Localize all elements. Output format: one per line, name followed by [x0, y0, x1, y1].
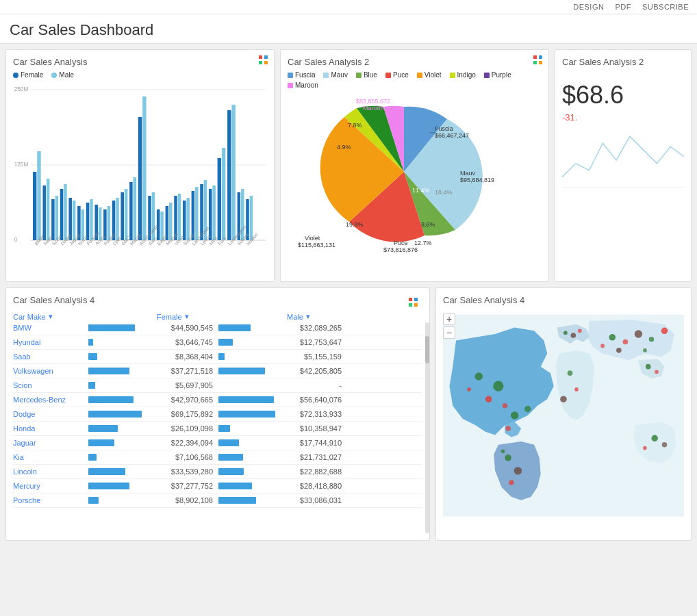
svg-point-106 — [511, 411, 518, 419]
male-val-cell: $17,744,910 — [287, 439, 342, 447]
male-val-cell: $21,731,027 — [287, 453, 342, 461]
filter-male[interactable]: Male ▾ — [287, 312, 342, 321]
svg-text:$115,663,131: $115,663,131 — [298, 242, 335, 248]
table-title: Car Sales Analysis 4 — [13, 295, 94, 305]
nav-design[interactable]: DESIGN — [573, 3, 604, 11]
female-val-cell: $26,109,098 — [157, 424, 218, 433]
svg-rect-36 — [166, 206, 169, 240]
kpi-title: Car Sales Analysis 2 — [562, 57, 684, 67]
male-bar-cell — [218, 452, 287, 462]
female-chevron: ▾ — [185, 312, 189, 321]
zoom-in-button[interactable]: + — [443, 313, 455, 325]
bar-chart-area: 250M 125M 0 — [13, 83, 267, 247]
svg-rect-47 — [212, 185, 216, 240]
svg-text:$73,816,876: $73,816,876 — [383, 246, 418, 253]
svg-text:4.9%: 4.9% — [337, 144, 351, 151]
make-cell[interactable]: Hyundai — [13, 338, 88, 346]
svg-rect-48 — [218, 158, 221, 240]
female-bar — [88, 468, 125, 475]
nav-pdf[interactable]: PDF — [615, 3, 631, 11]
svg-rect-18 — [86, 203, 90, 240]
svg-text:$95,684,819: $95,684,819 — [460, 177, 494, 183]
filter-make[interactable]: Car Make ▾ — [13, 312, 88, 321]
female-val-cell: $42,970,665 — [157, 396, 218, 404]
male-bar — [218, 396, 274, 403]
legend-male: Male — [51, 71, 74, 79]
make-cell[interactable]: Mercedes-Benz — [13, 396, 88, 404]
svg-point-120 — [609, 334, 616, 341]
female-val-cell: $37,271,518 — [157, 367, 218, 375]
purple-label: Purple — [492, 71, 511, 79]
svg-text:Mauv: Mauv — [460, 170, 476, 177]
make-header: Car Make — [13, 313, 46, 321]
female-val-cell: $44,590,545 — [157, 324, 218, 332]
female-bar-cell — [88, 366, 157, 376]
svg-rect-6 — [33, 172, 36, 240]
svg-point-104 — [485, 396, 492, 402]
svg-text:Violet: Violet — [305, 235, 320, 242]
zoom-out-button[interactable]: − — [443, 326, 455, 339]
svg-point-117 — [568, 370, 573, 376]
table-panel-icon[interactable] — [409, 298, 418, 307]
svg-rect-34 — [157, 209, 160, 240]
svg-rect-7 — [37, 151, 40, 240]
female-val-cell: $8,368,404 — [157, 352, 218, 361]
make-cell[interactable]: Lincoln — [13, 467, 88, 476]
male-val-cell: $33,086,031 — [287, 496, 342, 504]
male-bar — [218, 468, 244, 475]
make-cell[interactable]: Mercury — [13, 482, 88, 490]
violet-label: Violet — [424, 71, 442, 79]
male-bar-cell — [218, 323, 287, 333]
female-bar-cell — [88, 424, 157, 433]
svg-text:18.4%: 18.4% — [435, 189, 453, 196]
female-bar — [88, 483, 129, 489]
svg-rect-12 — [60, 189, 64, 240]
make-cell[interactable]: Scion — [13, 381, 88, 389]
legend-purple: Purple — [484, 71, 511, 79]
make-cell[interactable]: Saab — [13, 352, 88, 361]
male-val-cell: $5,155,159 — [287, 352, 342, 361]
svg-point-102 — [475, 372, 483, 380]
pie-panel-icon[interactable] — [533, 55, 543, 65]
svg-rect-11 — [55, 196, 59, 240]
svg-point-123 — [649, 337, 655, 342]
nav-subscribe[interactable]: SUBSCRIBE — [642, 3, 689, 11]
bar-panel-icon[interactable] — [259, 55, 268, 65]
male-val-cell: $28,418,880 — [287, 482, 342, 490]
male-bar — [218, 339, 233, 346]
male-bar-cell — [218, 352, 287, 361]
svg-point-128 — [646, 364, 651, 370]
scrollbar[interactable] — [425, 322, 429, 533]
dashboard-title: Car Sales Dashboard — [0, 14, 697, 44]
table-filters: Car Make ▾ Female ▾ Male ▾ — [13, 312, 422, 321]
male-bar-cell — [218, 395, 287, 405]
pie-chart-panel: Car Sales Analysis 2 Fuscia Mauv Blue — [280, 49, 549, 282]
male-bar — [218, 411, 275, 418]
svg-point-127 — [600, 344, 605, 348]
make-cell[interactable]: Kia — [13, 453, 88, 461]
make-cell[interactable]: Porsche — [13, 496, 88, 504]
svg-point-107 — [467, 387, 471, 392]
female-bar — [88, 382, 95, 389]
legend-indigo: Indigo — [450, 71, 476, 79]
svg-point-132 — [643, 446, 647, 450]
female-bar — [88, 497, 99, 504]
filter-female[interactable]: Female ▾ — [157, 312, 218, 321]
female-val-cell: $22,394,094 — [157, 439, 218, 447]
table-row: Mercedes-Benz $42,970,665 $56,640,076 — [13, 393, 422, 407]
make-cell[interactable]: Jaguar — [13, 439, 88, 447]
indigo-label: Indigo — [457, 71, 476, 79]
female-label: Female — [21, 71, 43, 79]
female-val-cell: $5,697,905 — [157, 381, 218, 389]
make-cell[interactable]: BMW — [13, 324, 88, 332]
table-row: Honda $26,109,098 $10,358,947 — [13, 422, 422, 436]
make-cell[interactable]: Volkswagen — [13, 367, 88, 375]
female-bar-cell — [88, 395, 157, 405]
svg-point-115 — [570, 333, 576, 338]
bar-chart-title: Car Sales Analysis — [13, 57, 267, 67]
make-cell[interactable]: Honda — [13, 424, 88, 433]
svg-text:$83,855,672: $83,855,672 — [356, 98, 390, 105]
svg-rect-8 — [42, 185, 46, 240]
make-cell[interactable]: Dodge — [13, 410, 88, 418]
male-val-cell: $56,640,076 — [287, 396, 342, 404]
